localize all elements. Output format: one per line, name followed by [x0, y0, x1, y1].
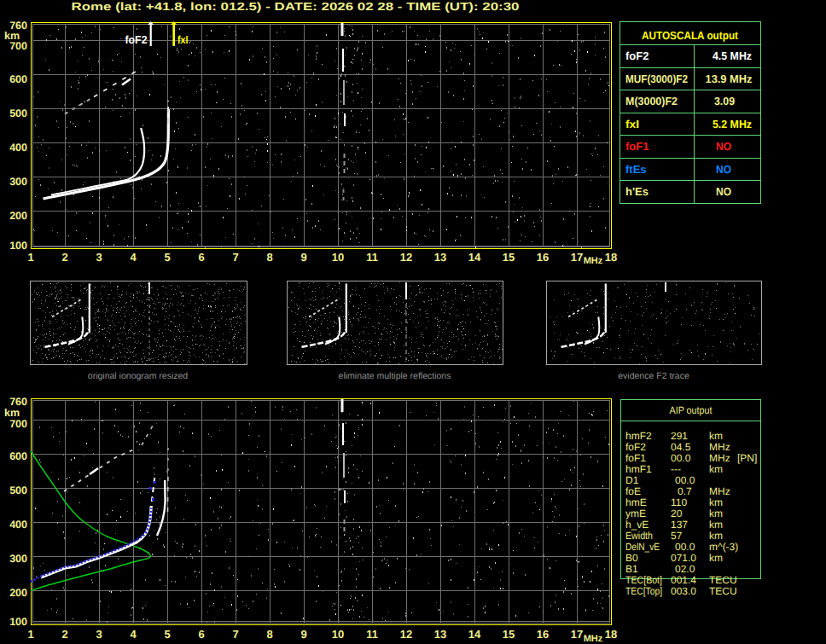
svg-text:04.5: 04.5 — [671, 441, 691, 453]
svg-text:MUF(3000)F2: MUF(3000)F2 — [625, 73, 688, 85]
svg-text:2: 2 — [61, 251, 67, 264]
svg-text:original ionogram resized: original ionogram resized — [88, 371, 188, 381]
svg-text:hmF1: hmF1 — [625, 463, 652, 475]
svg-text:km: km — [709, 552, 723, 564]
svg-text:h'Es: h'Es — [625, 185, 649, 198]
svg-text:003.0: 003.0 — [671, 585, 696, 597]
svg-text:110: 110 — [671, 496, 687, 508]
svg-text:km: km — [709, 463, 723, 475]
svg-text:14: 14 — [468, 628, 481, 641]
svg-text:02.0: 02.0 — [675, 563, 695, 575]
svg-text:B1: B1 — [625, 563, 638, 575]
svg-text:15: 15 — [503, 251, 515, 264]
svg-text:00.0: 00.0 — [675, 541, 695, 553]
svg-text:500: 500 — [9, 107, 27, 119]
svg-text:TEC[Top]: TEC[Top] — [625, 585, 662, 597]
svg-text:18: 18 — [605, 628, 617, 641]
svg-text:12: 12 — [400, 251, 412, 264]
svg-text:km: km — [709, 496, 723, 508]
svg-text:5: 5 — [164, 628, 170, 641]
svg-text:Rome (lat: +41.8, lon: 012.5): Rome (lat: +41.8, lon: 012.5) - DATE: 20… — [72, 0, 520, 13]
svg-text:600: 600 — [9, 450, 27, 462]
svg-text:600: 600 — [9, 73, 27, 85]
svg-text:TECU: TECU — [709, 574, 737, 586]
svg-text:8: 8 — [266, 628, 272, 641]
svg-text:100: 100 — [9, 616, 27, 628]
svg-text:9: 9 — [300, 628, 306, 641]
svg-text:57: 57 — [671, 530, 683, 542]
svg-text:TECU: TECU — [709, 585, 737, 597]
svg-text:TEC[Bot]: TEC[Bot] — [625, 574, 662, 586]
svg-text:400: 400 — [9, 142, 27, 154]
svg-text:15: 15 — [503, 628, 515, 641]
svg-text:fxI: fxI — [177, 33, 189, 46]
svg-text:400: 400 — [9, 519, 27, 531]
svg-text:00.0: 00.0 — [671, 452, 691, 464]
svg-text:12: 12 — [400, 628, 412, 641]
svg-text:18: 18 — [605, 251, 617, 264]
svg-text:5: 5 — [164, 251, 170, 264]
svg-text:001.4: 001.4 — [671, 574, 696, 586]
svg-text:foF2: foF2 — [125, 33, 148, 46]
svg-text:2: 2 — [61, 628, 67, 641]
svg-text:foF2: foF2 — [625, 49, 649, 62]
svg-text:evidence F2 trace: evidence F2 trace — [618, 371, 689, 381]
svg-text:16: 16 — [537, 628, 549, 641]
svg-text:17: 17 — [571, 251, 583, 264]
svg-text:3: 3 — [96, 628, 102, 641]
svg-text:ymE: ymE — [625, 508, 646, 519]
svg-text:---: --- — [671, 463, 681, 475]
svg-text:16: 16 — [537, 251, 549, 264]
svg-text:11: 11 — [366, 251, 378, 264]
svg-text:fxI: fxI — [625, 118, 639, 131]
svg-text:10: 10 — [332, 628, 344, 641]
svg-text:hmF2: hmF2 — [625, 430, 652, 442]
svg-text:6: 6 — [198, 251, 204, 264]
svg-text:9: 9 — [300, 251, 306, 264]
svg-text:14: 14 — [468, 251, 481, 264]
svg-text:NO: NO — [716, 140, 731, 153]
svg-text:MHz: MHz — [709, 485, 730, 497]
svg-text:500: 500 — [9, 484, 27, 496]
svg-text:20: 20 — [671, 508, 683, 519]
svg-text:291: 291 — [671, 430, 688, 442]
svg-text:MHz: MHz — [584, 256, 603, 266]
svg-text:4.5 MHz: 4.5 MHz — [713, 49, 752, 62]
svg-text:hmE: hmE — [625, 496, 647, 508]
svg-text:10: 10 — [332, 251, 344, 264]
svg-text:200: 200 — [9, 587, 27, 599]
svg-text:4: 4 — [130, 251, 137, 264]
svg-text:300: 300 — [9, 553, 27, 565]
svg-text:DelN_vE: DelN_vE — [625, 541, 660, 553]
svg-text:13.9 MHz: 13.9 MHz — [706, 73, 753, 85]
svg-text:7: 7 — [232, 628, 238, 641]
svg-text:B0: B0 — [625, 552, 638, 564]
svg-text:13: 13 — [434, 628, 446, 641]
svg-text:MHz: MHz — [709, 441, 730, 453]
svg-text:137: 137 — [671, 519, 688, 531]
svg-text:MHz: MHz — [709, 452, 730, 464]
svg-text:00.0: 00.0 — [675, 474, 695, 486]
svg-text:m^(-3): m^(-3) — [709, 541, 738, 553]
svg-text:h_vE: h_vE — [625, 519, 649, 531]
svg-text:AIP output: AIP output — [670, 404, 713, 416]
svg-text:6: 6 — [198, 628, 204, 641]
svg-text:foF1: foF1 — [625, 140, 649, 153]
svg-text:5.2 MHz: 5.2 MHz — [713, 118, 752, 131]
svg-text:0.7: 0.7 — [678, 485, 692, 497]
svg-text:foE: foE — [625, 485, 641, 497]
svg-text:17: 17 — [571, 628, 583, 641]
svg-text:700: 700 — [9, 40, 27, 52]
svg-text:eliminate multiple reflections: eliminate multiple reflections — [339, 371, 451, 381]
svg-text:8: 8 — [266, 251, 272, 264]
svg-text:MHz: MHz — [584, 634, 603, 644]
svg-text:foF2: foF2 — [625, 441, 646, 453]
svg-text:[PN]: [PN] — [737, 452, 757, 464]
svg-text:1: 1 — [27, 628, 33, 641]
svg-text:km: km — [709, 430, 723, 442]
svg-text:NO: NO — [716, 185, 731, 198]
svg-text:4: 4 — [130, 628, 137, 641]
svg-text:100: 100 — [9, 240, 27, 252]
svg-text:071.0: 071.0 — [671, 552, 696, 564]
svg-text:NO: NO — [716, 163, 731, 176]
